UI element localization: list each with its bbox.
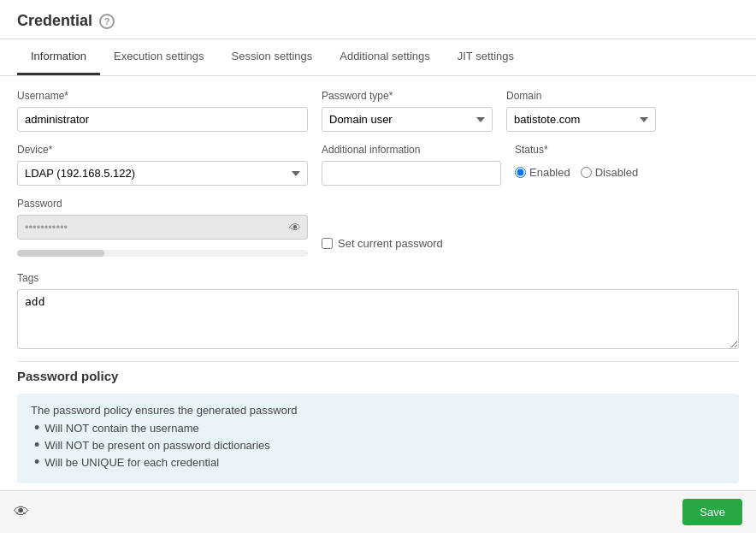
section-divider [17,361,739,362]
row-password: Password 👁 Set current password [17,198,739,260]
set-current-password-label[interactable]: Set current password [322,237,443,250]
status-enabled-radio[interactable] [515,167,526,178]
tags-group: Tags add [17,272,739,349]
tags-label: Tags [17,272,739,284]
additional-info-group: Additional information [322,144,501,186]
additional-info-label: Additional information [322,144,501,156]
status-radio-group: Enabled Disabled [515,166,669,181]
username-input[interactable] [17,107,308,132]
tab-session-settings[interactable]: Session settings [218,39,327,75]
policy-bullet-1-text: Will NOT contain the username [44,422,198,435]
page-header: Credential ? [0,0,756,39]
additional-info-input[interactable] [322,161,501,186]
status-group: Status* Enabled Disabled [515,144,669,181]
row-device-additional-status: Device* LDAP (192.168.5.122) Additional … [17,144,739,186]
domain-label: Domain [506,90,656,102]
page-title: Credential [17,12,92,30]
policy-bullet-2: • Will NOT be present on password dictio… [34,439,725,453]
help-icon[interactable]: ? [99,14,115,29]
set-current-password-group: Set current password [322,237,443,252]
device-select[interactable]: LDAP (192.168.5.122) [17,161,308,186]
bullet-icon-3: • [34,454,39,470]
policy-info-box: The password policy ensures the generate… [17,394,739,483]
password-wrapper: 👁 [17,215,308,240]
bottom-bar: 👁 Save [0,490,756,533]
password-scrollbar [17,246,308,260]
tab-jit-settings[interactable]: JIT settings [444,39,528,75]
tabs-container: Information Execution settings Session s… [0,39,756,76]
device-group: Device* LDAP (192.168.5.122) [17,144,308,186]
tab-execution-settings[interactable]: Execution settings [100,39,218,75]
scrollbar-thumb[interactable] [17,250,104,257]
password-toggle-icon[interactable]: 👁 [289,221,301,234]
main-content: Username* Password type* Domain user Loc… [0,76,756,515]
status-enabled-label[interactable]: Enabled [515,166,570,179]
status-label: Status* [515,144,669,156]
domain-group: Domain batistote.com [506,90,656,132]
password-type-select[interactable]: Domain user Local user SSH key Token [322,107,493,132]
set-current-password-text: Set current password [338,237,443,250]
password-type-group: Password type* Domain user Local user SS… [322,90,493,132]
policy-bullet-3: • Will be UNIQUE for each credential [34,456,725,470]
policy-info-text: The password policy ensures the generate… [31,404,725,417]
policy-bullet-2-text: Will NOT be present on password dictiona… [44,439,270,452]
policy-bullet-3-text: Will be UNIQUE for each credential [44,456,219,469]
scrollbar-track [17,250,308,257]
password-type-label: Password type* [322,90,493,102]
username-label: Username* [17,90,308,102]
tab-information[interactable]: Information [17,39,100,75]
row-username-password-type: Username* Password type* Domain user Loc… [17,90,739,132]
password-input[interactable] [17,215,308,240]
domain-select[interactable]: batistote.com [506,107,656,132]
status-disabled-label[interactable]: Disabled [581,166,639,179]
policy-bullets-list: • Will NOT contain the username • Will N… [31,422,725,470]
password-label: Password [17,198,308,210]
status-disabled-text: Disabled [595,166,639,179]
save-button[interactable]: Save [682,499,742,525]
set-current-password-checkbox[interactable] [322,238,333,249]
bullet-icon-2: • [34,437,39,453]
tags-textarea[interactable]: add [17,289,739,349]
device-label: Device* [17,144,308,156]
tab-additional-settings[interactable]: Additional settings [326,39,444,75]
password-group: Password 👁 [17,198,308,260]
password-policy-title: Password policy [17,369,739,383]
status-disabled-radio[interactable] [581,167,592,178]
bullet-icon-1: • [34,420,39,435]
view-icon[interactable]: 👁 [14,503,29,521]
policy-bullet-1: • Will NOT contain the username [34,422,725,435]
status-enabled-text: Enabled [529,166,570,179]
username-group: Username* [17,90,308,132]
